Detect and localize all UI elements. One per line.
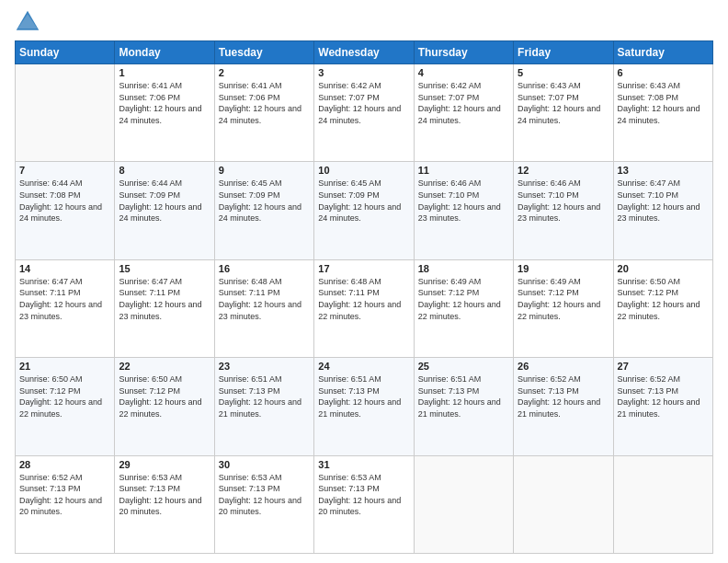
day-info: Sunrise: 6:48 AMSunset: 7:11 PMDaylight:… [318,276,409,322]
day-number: 31 [318,459,409,470]
day-number: 3 [318,67,409,78]
day-cell: 5Sunrise: 6:43 AMSunset: 7:07 PMDaylight… [514,64,613,162]
header [15,9,713,35]
day-cell: 1Sunrise: 6:41 AMSunset: 7:06 PMDaylight… [115,64,214,162]
day-number: 19 [518,263,609,274]
day-info: Sunrise: 6:53 AMSunset: 7:13 PMDaylight:… [318,472,409,518]
column-header-friday: Friday [514,41,613,64]
day-cell: 11Sunrise: 6:46 AMSunset: 7:10 PMDayligh… [414,162,513,259]
column-header-wednesday: Wednesday [314,41,414,64]
column-header-tuesday: Tuesday [214,41,313,64]
week-row-2: 7Sunrise: 6:44 AMSunset: 7:08 PMDaylight… [16,162,713,259]
day-info: Sunrise: 6:47 AMSunset: 7:11 PMDaylight:… [119,276,210,322]
day-number: 28 [19,459,110,470]
day-cell [16,64,115,162]
day-cell: 12Sunrise: 6:46 AMSunset: 7:10 PMDayligh… [514,162,613,259]
day-cell: 10Sunrise: 6:45 AMSunset: 7:09 PMDayligh… [314,162,414,259]
day-number: 5 [518,67,609,78]
day-cell: 17Sunrise: 6:48 AMSunset: 7:11 PMDayligh… [314,259,414,357]
week-row-1: 1Sunrise: 6:41 AMSunset: 7:06 PMDaylight… [16,64,713,162]
day-number: 16 [219,263,310,274]
day-cell: 18Sunrise: 6:49 AMSunset: 7:12 PMDayligh… [414,259,513,357]
day-number: 6 [618,67,709,78]
day-cell [414,455,513,553]
day-number: 1 [119,67,210,78]
day-cell: 6Sunrise: 6:43 AMSunset: 7:08 PMDaylight… [613,64,712,162]
day-cell: 31Sunrise: 6:53 AMSunset: 7:13 PMDayligh… [314,455,414,553]
day-cell [613,455,712,553]
day-cell: 2Sunrise: 6:41 AMSunset: 7:06 PMDaylight… [214,64,313,162]
day-info: Sunrise: 6:51 AMSunset: 7:13 PMDaylight:… [318,373,409,419]
day-number: 21 [19,361,110,372]
day-number: 13 [618,165,709,176]
day-cell: 4Sunrise: 6:42 AMSunset: 7:07 PMDaylight… [414,64,513,162]
day-number: 2 [219,67,310,78]
day-info: Sunrise: 6:45 AMSunset: 7:09 PMDaylight:… [318,178,409,224]
day-cell: 16Sunrise: 6:48 AMSunset: 7:11 PMDayligh… [214,259,313,357]
day-cell: 8Sunrise: 6:44 AMSunset: 7:09 PMDaylight… [115,162,214,259]
day-cell: 7Sunrise: 6:44 AMSunset: 7:08 PMDaylight… [16,162,115,259]
day-info: Sunrise: 6:41 AMSunset: 7:06 PMDaylight:… [219,80,310,126]
day-number: 22 [119,361,210,372]
page: SundayMondayTuesdayWednesdayThursdayFrid… [0,0,728,563]
day-info: Sunrise: 6:53 AMSunset: 7:13 PMDaylight:… [119,472,210,518]
day-info: Sunrise: 6:44 AMSunset: 7:09 PMDaylight:… [119,178,210,224]
day-cell: 22Sunrise: 6:50 AMSunset: 7:12 PMDayligh… [115,358,214,455]
day-cell: 25Sunrise: 6:51 AMSunset: 7:13 PMDayligh… [414,358,513,455]
svg-marker-1 [18,14,38,29]
day-number: 9 [219,165,310,176]
week-row-4: 21Sunrise: 6:50 AMSunset: 7:12 PMDayligh… [16,358,713,455]
day-number: 29 [119,459,210,470]
day-number: 7 [19,165,110,176]
day-info: Sunrise: 6:51 AMSunset: 7:13 PMDaylight:… [219,373,310,419]
day-cell [514,455,613,553]
day-number: 20 [618,263,709,274]
day-cell: 24Sunrise: 6:51 AMSunset: 7:13 PMDayligh… [314,358,414,455]
day-number: 10 [318,165,409,176]
day-info: Sunrise: 6:42 AMSunset: 7:07 PMDaylight:… [318,80,409,126]
day-info: Sunrise: 6:47 AMSunset: 7:10 PMDaylight:… [618,178,709,224]
day-cell: 27Sunrise: 6:52 AMSunset: 7:13 PMDayligh… [613,358,712,455]
day-cell: 13Sunrise: 6:47 AMSunset: 7:10 PMDayligh… [613,162,712,259]
day-info: Sunrise: 6:49 AMSunset: 7:12 PMDaylight:… [518,276,609,322]
day-info: Sunrise: 6:43 AMSunset: 7:08 PMDaylight:… [618,80,709,126]
day-number: 23 [219,361,310,372]
day-number: 15 [119,263,210,274]
day-info: Sunrise: 6:52 AMSunset: 7:13 PMDaylight:… [518,373,609,419]
day-cell: 29Sunrise: 6:53 AMSunset: 7:13 PMDayligh… [115,455,214,553]
logo [15,9,44,35]
day-cell: 20Sunrise: 6:50 AMSunset: 7:12 PMDayligh… [613,259,712,357]
day-number: 11 [418,165,509,176]
day-cell: 19Sunrise: 6:49 AMSunset: 7:12 PMDayligh… [514,259,613,357]
day-number: 27 [618,361,709,372]
day-info: Sunrise: 6:53 AMSunset: 7:13 PMDaylight:… [219,472,310,518]
general-blue-icon [15,9,40,35]
calendar-header-row: SundayMondayTuesdayWednesdayThursdayFrid… [16,41,713,64]
day-number: 30 [219,459,310,470]
day-info: Sunrise: 6:49 AMSunset: 7:12 PMDaylight:… [418,276,509,322]
day-number: 8 [119,165,210,176]
calendar-table: SundayMondayTuesdayWednesdayThursdayFrid… [15,40,713,554]
day-number: 4 [418,67,509,78]
day-number: 14 [19,263,110,274]
day-cell: 26Sunrise: 6:52 AMSunset: 7:13 PMDayligh… [514,358,613,455]
day-cell: 3Sunrise: 6:42 AMSunset: 7:07 PMDaylight… [314,64,414,162]
day-info: Sunrise: 6:47 AMSunset: 7:11 PMDaylight:… [19,276,110,322]
day-info: Sunrise: 6:50 AMSunset: 7:12 PMDaylight:… [119,373,210,419]
day-cell: 15Sunrise: 6:47 AMSunset: 7:11 PMDayligh… [115,259,214,357]
day-number: 24 [318,361,409,372]
column-header-monday: Monday [115,41,214,64]
day-info: Sunrise: 6:42 AMSunset: 7:07 PMDaylight:… [418,80,509,126]
column-header-sunday: Sunday [16,41,115,64]
day-info: Sunrise: 6:41 AMSunset: 7:06 PMDaylight:… [119,80,210,126]
column-header-saturday: Saturday [613,41,712,64]
day-number: 25 [418,361,509,372]
day-info: Sunrise: 6:46 AMSunset: 7:10 PMDaylight:… [418,178,509,224]
day-cell: 30Sunrise: 6:53 AMSunset: 7:13 PMDayligh… [214,455,313,553]
day-info: Sunrise: 6:48 AMSunset: 7:11 PMDaylight:… [219,276,310,322]
week-row-3: 14Sunrise: 6:47 AMSunset: 7:11 PMDayligh… [16,259,713,357]
day-info: Sunrise: 6:52 AMSunset: 7:13 PMDaylight:… [618,373,709,419]
day-info: Sunrise: 6:44 AMSunset: 7:08 PMDaylight:… [19,178,110,224]
day-cell: 28Sunrise: 6:52 AMSunset: 7:13 PMDayligh… [16,455,115,553]
day-number: 18 [418,263,509,274]
